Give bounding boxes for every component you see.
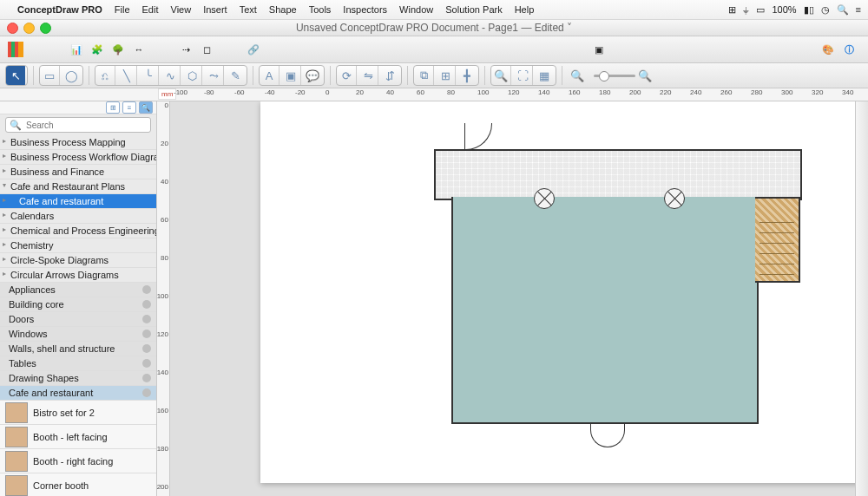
- revolving-door-1[interactable]: [534, 188, 555, 209]
- hyperlink-tool-icon[interactable]: 🔗: [245, 41, 262, 58]
- zoom-slider[interactable]: [594, 75, 635, 77]
- menu-text[interactable]: Text: [240, 4, 257, 15]
- spline-tool[interactable]: ∿: [161, 66, 181, 85]
- crop-tool[interactable]: ⧉: [414, 66, 434, 85]
- app-name[interactable]: ConceptDraw PRO: [17, 4, 102, 15]
- sublib-item[interactable]: Walls, shell and structure: [0, 342, 156, 356]
- connector-tool[interactable]: ⎌: [95, 66, 115, 85]
- vertical-ruler: 020406080100120140160180200: [157, 101, 170, 496]
- category-item[interactable]: Business Process Mapping: [0, 135, 156, 150]
- menu-view[interactable]: View: [171, 4, 192, 15]
- library-icon[interactable]: [7, 41, 24, 58]
- search-input[interactable]: [24, 120, 147, 131]
- poly-tool[interactable]: ⬡: [182, 66, 202, 85]
- menu-insert[interactable]: Insert: [203, 4, 227, 15]
- category-item[interactable]: Circle-Spoke Diagrams: [0, 253, 156, 268]
- textbox-tool[interactable]: ▣: [281, 66, 301, 85]
- sublib-item[interactable]: Drawing Shapes: [0, 371, 156, 386]
- main-room-shape[interactable]: [451, 197, 759, 424]
- menu-shape[interactable]: Shape: [269, 4, 297, 15]
- connect-tool-icon[interactable]: ⇢: [177, 41, 194, 58]
- colorwheel-icon[interactable]: 🎨: [819, 41, 837, 58]
- switcher-icon[interactable]: ⊞: [728, 4, 736, 16]
- clock-icon[interactable]: ◷: [821, 4, 830, 16]
- ellipse-tool[interactable]: ◯: [62, 66, 81, 85]
- fliph-tool[interactable]: ⇋: [358, 66, 378, 85]
- door-top[interactable]: [464, 123, 491, 150]
- shape-item[interactable]: Bistro set for 2: [0, 401, 156, 425]
- minimize-button[interactable]: [23, 23, 35, 34]
- category-item[interactable]: Business Process Workflow Diagrams: [0, 150, 156, 165]
- stairs-shape[interactable]: [760, 212, 794, 275]
- list-view-icon[interactable]: ≡: [122, 101, 136, 114]
- shape-item[interactable]: Booth - right facing: [0, 449, 156, 473]
- pointer-tool[interactable]: ↖: [6, 66, 25, 85]
- text-tool[interactable]: A: [260, 66, 279, 85]
- menu-inspectors[interactable]: Inspectors: [343, 4, 387, 15]
- sublib-item[interactable]: Building core: [0, 297, 156, 312]
- sublib-item[interactable]: Cafe and restaurant: [0, 386, 156, 401]
- battery-percent: 100%: [772, 4, 796, 15]
- vertical-scrollbar[interactable]: [855, 101, 868, 496]
- main-toolbar: 📊 🧩 🌳 ↔ ⇢ ◻ 🔗 ▣ 🎨 ⓘ: [0, 36, 868, 63]
- chart-tool-icon[interactable]: 📊: [68, 41, 85, 58]
- shape-tool-icon[interactable]: ◻: [198, 41, 215, 58]
- bez-tool[interactable]: ⤳: [204, 66, 224, 85]
- sublib-item[interactable]: Appliances: [0, 283, 156, 297]
- spotlight-icon[interactable]: 🔍: [837, 4, 849, 16]
- drawing-page[interactable]: [260, 101, 868, 483]
- hallway-shape[interactable]: [434, 149, 802, 200]
- zoomout-icon[interactable]: 🔍: [568, 66, 587, 85]
- zoomin-icon[interactable]: 🔍: [635, 66, 654, 85]
- line-tool[interactable]: ╲: [117, 66, 137, 85]
- flag-icon[interactable]: ▭: [756, 4, 765, 16]
- grid-view-icon[interactable]: ⊞: [106, 101, 120, 114]
- shape-item[interactable]: Corner booth: [0, 473, 156, 496]
- sublib-item[interactable]: Tables: [0, 356, 156, 371]
- presentation-icon[interactable]: ▣: [590, 41, 608, 58]
- search-view-icon[interactable]: 🔍: [139, 101, 153, 114]
- wifi-icon[interactable]: ⏚: [743, 4, 749, 15]
- arc-tool[interactable]: ╰: [139, 66, 159, 85]
- tree-tool-icon[interactable]: 🌳: [109, 41, 127, 58]
- snap-tool[interactable]: ⊞: [436, 66, 456, 85]
- category-child[interactable]: Cafe and restaurant: [0, 194, 156, 209]
- category-item[interactable]: Chemistry: [0, 238, 156, 253]
- menu-tools[interactable]: Tools: [309, 4, 332, 15]
- shape-item[interactable]: Booth - left facing: [0, 425, 156, 449]
- category-item[interactable]: Chemical and Process Engineering: [0, 224, 156, 238]
- zoom-button[interactable]: [40, 23, 51, 34]
- category-item[interactable]: Cafe and Restaurant Plans: [0, 179, 156, 194]
- menu-edit[interactable]: Edit: [142, 4, 159, 15]
- category-item[interactable]: Calendars: [0, 209, 156, 224]
- zoomin-tool[interactable]: 🔍: [491, 66, 511, 85]
- rotate-tool[interactable]: ⟳: [337, 66, 357, 85]
- zoompage-tool[interactable]: ▦: [535, 66, 554, 85]
- menu-extra-icon[interactable]: ≡: [856, 4, 861, 15]
- double-door-bottom[interactable]: [590, 422, 625, 448]
- close-button[interactable]: [7, 23, 18, 34]
- sublib-item[interactable]: Windows: [0, 327, 156, 342]
- arrange-tool-icon[interactable]: ↔: [130, 41, 148, 58]
- traffic-lights: [7, 23, 51, 34]
- battery-icon[interactable]: ▮▯: [804, 4, 814, 16]
- freehand-tool[interactable]: ✎: [226, 66, 245, 85]
- canvas-area[interactable]: 020406080100120140160180200 ⏮ ◀ ▶ Custom…: [157, 101, 868, 496]
- callout-tool[interactable]: 💬: [303, 66, 322, 85]
- org-tool-icon[interactable]: 🧩: [89, 41, 106, 58]
- sublib-item[interactable]: Doors: [0, 312, 156, 327]
- sidebar-view-switch: ⊞ ≡ 🔍: [0, 101, 156, 114]
- flipv-tool[interactable]: ⇵: [380, 66, 399, 85]
- guide-tool[interactable]: ╋: [457, 66, 477, 85]
- info-icon[interactable]: ⓘ: [840, 41, 858, 58]
- menu-file[interactable]: File: [115, 4, 130, 15]
- zoomfit-tool[interactable]: ⛶: [513, 66, 533, 85]
- menu-window[interactable]: Window: [399, 4, 433, 15]
- rect-tool[interactable]: ▭: [40, 66, 60, 85]
- category-item[interactable]: Business and Finance: [0, 165, 156, 179]
- revolving-door-2[interactable]: [664, 188, 685, 209]
- search-field[interactable]: 🔍: [5, 117, 151, 133]
- menu-solutionpark[interactable]: Solution Park: [445, 4, 502, 15]
- menu-help[interactable]: Help: [515, 4, 535, 15]
- category-item[interactable]: Circular Arrows Diagrams: [0, 268, 156, 283]
